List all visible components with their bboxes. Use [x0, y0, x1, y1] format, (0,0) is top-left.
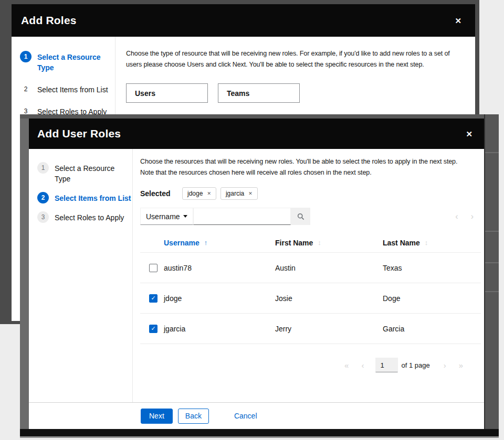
filter-key-dropdown[interactable]: Username [140, 208, 193, 225]
step-label: Select Items from List [55, 192, 131, 203]
wizard-step-select-items[interactable]: 2 Select Items from List [12, 81, 115, 98]
cell-last-name: Doge [383, 294, 481, 303]
current-page-input[interactable]: 1 [375, 358, 398, 372]
close-icon[interactable]: ✕ [455, 17, 461, 25]
cancel-button[interactable]: Cancel [234, 409, 257, 424]
wizard-step-select-resource-type[interactable]: 1 Select a Resource Type [29, 159, 132, 187]
page-count-label: of 1 page [401, 361, 429, 369]
cell-username: austin78 [164, 264, 275, 272]
table-row: austin78 Austin Texas [140, 253, 481, 283]
column-header-last-name[interactable]: Last Name ↕ [383, 239, 481, 247]
row-checkbox[interactable]: ✓ [149, 294, 158, 303]
next-button[interactable]: Next [141, 409, 173, 424]
step-number-badge: 2 [20, 83, 32, 95]
resource-type-buttons: Users Teams [126, 83, 475, 103]
resource-type-description: Choose the type of resource that will be… [126, 48, 475, 70]
cell-last-name: Garcia [383, 325, 481, 333]
chip-label: jdoge [187, 190, 203, 197]
chevron-down-icon [183, 215, 187, 218]
step-label: Select a Resource Type [55, 162, 132, 184]
last-page-icon[interactable]: » [453, 361, 469, 370]
users-resource-button[interactable]: Users [126, 83, 208, 103]
step-label: Select a Resource Type [37, 51, 106, 73]
row-checkbox[interactable] [149, 264, 158, 272]
row-checkbox[interactable]: ✓ [149, 325, 158, 333]
selected-chips: jdoge ✕ jgarcia ✕ [182, 187, 258, 200]
table-row: ✓ jdoge Josie Doge [140, 283, 481, 314]
table-header: Username ↑ First Name ↕ Last Name ↕ [140, 233, 481, 253]
chip-label: jgarcia [226, 190, 244, 197]
wizard-steps-nav: 1 Select a Resource Type 2 Select Items … [29, 149, 133, 402]
close-icon[interactable]: ✕ [466, 130, 472, 138]
sort-icon: ↕ [318, 239, 321, 246]
wizard-step-select-resource-type[interactable]: 1 Select a Resource Type [12, 48, 115, 76]
list-toolbar: Username ‹ [140, 208, 481, 225]
teams-resource-button[interactable]: Teams [218, 83, 300, 103]
prev-page-icon[interactable]: ‹ [355, 361, 370, 370]
step-label: Select Roles to Apply [55, 211, 124, 223]
wizard-step-select-roles[interactable]: 3 Select Roles to Apply [29, 209, 132, 226]
search-icon [297, 213, 304, 220]
wizard-step-select-items[interactable]: 2 Select Items from List [29, 189, 132, 206]
column-header-username[interactable]: Username ↑ [164, 239, 275, 247]
toolbar-pagination: ‹ › [455, 212, 481, 221]
bottom-pagination: « ‹ 1 of 1 page › » [140, 358, 481, 372]
selected-label: Selected [140, 189, 182, 198]
step-number-badge: 1 [20, 51, 32, 62]
selected-items-row: Selected jdoge ✕ jgarcia ✕ [140, 187, 481, 200]
table-row: ✓ jgarcia Jerry Garcia [140, 314, 481, 344]
dimmed-background-bottom [20, 429, 499, 438]
cell-username: jdoge [164, 294, 275, 303]
screenshot-canvas: Add Roles ✕ 1 Select a Resource Type 2 S… [0, 0, 504, 440]
add-user-roles-modal: Add User Roles ✕ 1 Select a Resource Typ… [29, 119, 484, 429]
wizard-footer: Next Back Cancel [29, 402, 484, 429]
add-user-roles-modal-header: Add User Roles ✕ [29, 119, 484, 149]
chip-remove-icon[interactable]: ✕ [248, 191, 253, 196]
step-label: Select Items from List [37, 83, 108, 95]
prev-page-icon[interactable]: ‹ [455, 212, 458, 221]
step-number-badge: 3 [37, 211, 49, 223]
back-button[interactable]: Back [178, 409, 209, 424]
cell-first-name: Austin [275, 264, 383, 272]
add-user-roles-modal-body: 1 Select a Resource Type 2 Select Items … [29, 149, 484, 402]
sort-ascending-icon: ↑ [204, 239, 208, 246]
first-page-icon[interactable]: « [338, 361, 355, 370]
chip-remove-icon[interactable]: ✕ [207, 191, 211, 196]
add-user-roles-modal-title: Add User Roles [37, 127, 121, 140]
select-items-description: Choose the resources that will be receiv… [140, 156, 481, 178]
dimmed-background-right [484, 114, 499, 429]
cell-last-name: Texas [383, 264, 481, 272]
add-roles-modal-title: Add Roles [21, 14, 77, 27]
next-page-icon[interactable]: › [471, 212, 474, 221]
step-number-badge: 2 [37, 192, 49, 203]
cell-first-name: Josie [275, 294, 383, 303]
filter-key-value: Username [146, 212, 180, 221]
chip-jdoge: jdoge ✕ [182, 187, 216, 200]
search-input[interactable] [193, 208, 291, 225]
dimmed-background-top [20, 114, 499, 119]
add-roles-modal-header: Add Roles ✕ [12, 4, 475, 37]
chip-jgarcia: jgarcia ✕ [220, 187, 258, 200]
add-user-roles-screenshot: Add User Roles ✕ 1 Select a Resource Typ… [20, 114, 499, 438]
step-number-badge: 1 [37, 162, 49, 174]
select-items-step-content: Choose the resources that will be receiv… [133, 149, 484, 402]
column-header-first-name[interactable]: First Name ↕ [275, 239, 383, 247]
search-button[interactable] [291, 208, 310, 225]
cell-username: jgarcia [164, 325, 275, 333]
next-page-icon[interactable]: › [437, 361, 453, 370]
cell-first-name: Jerry [275, 325, 383, 333]
sort-icon: ↕ [425, 239, 428, 246]
